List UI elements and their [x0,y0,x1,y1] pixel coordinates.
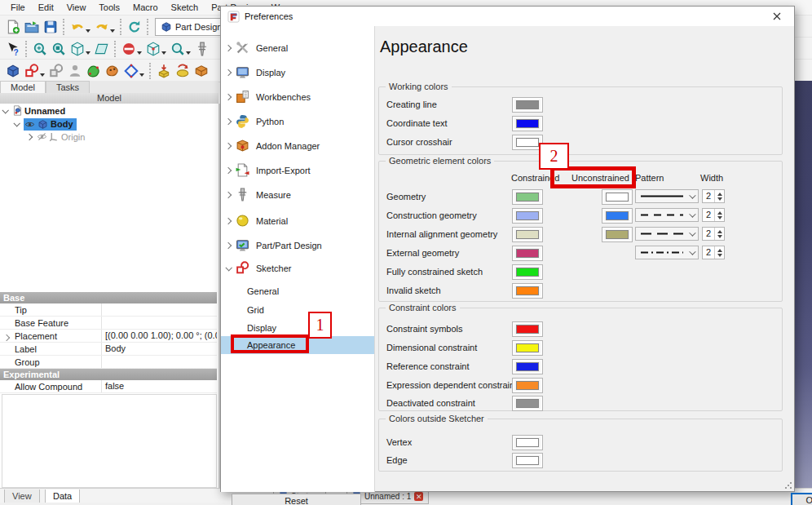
width-spinbox[interactable]: 2 [702,227,725,241]
width-spinbox[interactable]: 2 [702,246,725,259]
spin-up-icon[interactable] [717,249,722,252]
spin-down-icon[interactable] [717,197,722,201]
ok-button[interactable]: OK [791,493,812,505]
property-value[interactable]: false [101,380,217,392]
color-swatch-button[interactable] [512,340,543,356]
chevron-right-icon[interactable] [26,134,33,140]
validate-sketch-icon[interactable] [84,61,103,81]
sidebar-item-addon-manager[interactable]: Addon Manager [221,134,374,158]
property-value[interactable] [101,303,217,316]
property-row[interactable]: Tip [0,303,217,317]
chevron-down-icon[interactable] [2,107,8,113]
reset-button[interactable]: Reset [232,494,361,505]
tree-row-body[interactable]: Body [0,117,217,131]
pattern-dropdown[interactable] [635,208,699,222]
property-row[interactable]: Group [0,356,217,369]
open-file-icon[interactable] [22,17,41,37]
spin-up-icon[interactable] [717,193,722,196]
redo-icon[interactable] [92,17,111,37]
color-swatch-button[interactable] [512,453,543,468]
unconstrained-color-swatch-button[interactable] [602,208,633,224]
sidebar-item-sketcher-grid[interactable]: Grid [221,301,374,319]
create-plane-icon[interactable] [92,39,111,59]
chevron-right-icon[interactable] [225,167,232,174]
undo-icon[interactable] [68,17,86,37]
panel-tab-tasks[interactable]: Tasks [46,81,90,93]
chevron-right-icon[interactable] [225,45,232,51]
workbench-selector[interactable]: Part Design [155,18,230,36]
spin-down-icon[interactable] [717,254,722,257]
chevron-down-icon[interactable] [13,120,20,126]
sidebar-item-import-export[interactable]: Import-Export [221,158,374,183]
menu-macro[interactable]: Macro [127,2,164,13]
color-swatch-button[interactable] [512,396,543,411]
draw-style-icon[interactable] [119,39,138,59]
color-swatch-button[interactable] [512,97,543,113]
width-spinbox[interactable]: 2 [702,189,725,203]
color-swatch-button[interactable] [512,359,543,374]
resize-grip[interactable] [784,481,792,489]
chevron-right-icon[interactable] [225,218,232,224]
measure-icon[interactable] [192,39,211,59]
pattern-dropdown[interactable] [635,189,699,203]
menu-sketch[interactable]: Sketch [165,2,205,13]
mdi-close-icon[interactable]: ✕ [414,492,423,501]
width-spinbox[interactable]: 2 [702,208,725,222]
sidebar-item-python[interactable]: Python [221,109,374,134]
dropdown-arrow-icon[interactable] [86,51,90,55]
spin-arrows[interactable] [714,190,724,202]
pad-icon[interactable] [154,61,173,81]
pattern-dropdown[interactable] [635,246,699,259]
menu-tools[interactable]: Tools [93,2,126,13]
sidebar-item-workbenches[interactable]: Workbenches [221,85,374,109]
sidebar-item-part-part-design[interactable]: Part/Part Design [221,233,374,258]
create-sketch-icon[interactable] [22,61,41,81]
constrained-color-swatch-button[interactable] [512,246,543,261]
constrained-color-swatch-button[interactable] [512,283,543,299]
sidebar-item-general[interactable]: General [221,36,374,60]
sidebar-item-measure[interactable]: Measure [221,183,374,207]
dialog-title-bar[interactable]: Preferences [221,7,794,26]
chevron-right-icon[interactable] [225,69,232,76]
zoom-selection-icon[interactable] [49,39,68,59]
create-part-icon[interactable] [3,61,22,81]
unconstrained-color-swatch-button[interactable] [602,227,633,242]
property-row[interactable]: Placement[(0.00 0.00 1.00); 0.00 °; (0.0… [0,330,217,343]
map-sketch-icon[interactable] [46,61,65,81]
tree-row-origin[interactable]: Origin [0,131,217,144]
property-row[interactable]: Allow Compoundfalse [0,380,217,393]
spin-down-icon[interactable] [717,235,722,238]
chevron-down-icon[interactable] [225,264,232,271]
spin-arrows[interactable] [714,246,724,259]
refresh-icon[interactable] [125,17,143,37]
help-cursor-icon[interactable]: ? [3,39,22,59]
pattern-dropdown[interactable] [635,227,699,241]
tree-row-document[interactable]: Unnamed [0,104,217,117]
chevron-right-icon[interactable] [225,242,232,249]
property-value[interactable]: Body [101,343,217,355]
property-value[interactable]: [(0.00 0.00 1.00); 0.00 °; (0.00 mm 0 [101,330,217,342]
panel-tab-model[interactable]: Model [0,81,46,93]
property-value[interactable] [101,317,217,329]
menu-view[interactable]: View [61,2,92,13]
pocket-icon[interactable] [192,61,210,81]
color-swatch-button[interactable] [512,321,543,337]
chevron-right-icon[interactable] [225,192,232,198]
spin-up-icon[interactable] [717,211,722,215]
property-value[interactable] [101,356,217,368]
menu-file[interactable]: File [5,2,31,13]
spin-up-icon[interactable] [717,230,722,233]
dropdown-arrow-icon[interactable] [161,51,166,55]
zoom-fit-icon[interactable] [30,39,49,59]
dropdown-arrow-icon[interactable] [86,29,90,33]
close-icon[interactable] [760,7,794,26]
chevron-right-icon[interactable] [225,94,232,100]
zoom-icon[interactable] [168,39,187,59]
dropdown-arrow-icon[interactable] [40,73,45,77]
sidebar-item-sketcher-general[interactable]: General [221,282,374,300]
edit-sketch-icon[interactable] [103,61,121,81]
create-body-icon[interactable] [65,61,84,81]
color-swatch-button[interactable] [512,116,543,131]
bounding-box-icon[interactable] [143,39,162,59]
constrained-color-swatch-button[interactable] [512,227,543,242]
